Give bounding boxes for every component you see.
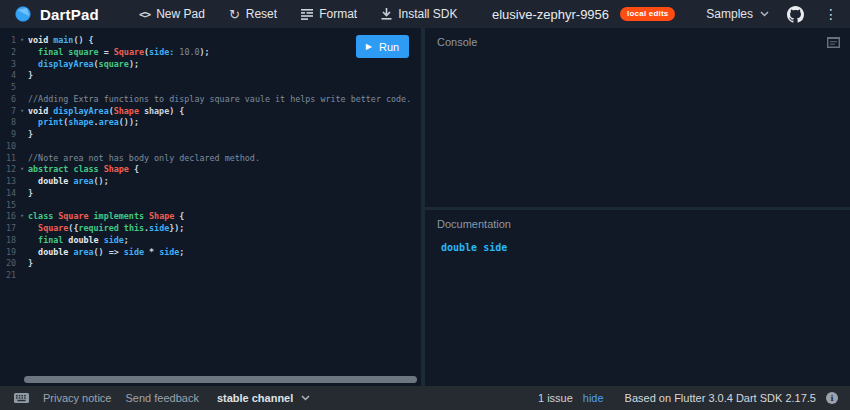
privacy-notice-link[interactable]: Privacy notice — [43, 392, 111, 404]
code-token: side: — [149, 47, 174, 59]
format-button[interactable]: Format — [301, 7, 357, 21]
code-token: final — [38, 47, 68, 59]
fold-gutter — [16, 258, 28, 270]
code-token: ); — [129, 59, 139, 71]
code-token: area — [73, 176, 93, 188]
topbar-actions: <> New Pad ↻ Reset Format — [139, 7, 458, 21]
dartpad-logo-icon — [14, 5, 32, 23]
console-header: Console — [437, 36, 477, 48]
documentation-header: Documentation — [437, 218, 511, 230]
chevron-down-icon — [301, 395, 310, 401]
fold-icon[interactable]: ▾ — [16, 211, 28, 223]
line-number: 8 — [0, 117, 16, 129]
keyboard-icon[interactable] — [14, 393, 29, 403]
code-token: print — [38, 117, 63, 129]
fold-icon[interactable]: ▾ — [16, 164, 28, 176]
code-line: 15 — [0, 200, 421, 212]
fold-gutter — [16, 94, 28, 106]
code-token: () => — [94, 247, 124, 259]
install-sdk-button[interactable]: Install SDK — [381, 7, 457, 21]
code-line: 16▾class Square implements Shape { — [0, 211, 421, 223]
fold-gutter — [16, 129, 28, 141]
code-line: 11//Note area not has body only declared… — [0, 153, 421, 165]
code-token: main — [53, 35, 73, 47]
new-pad-button[interactable]: <> New Pad — [139, 7, 205, 21]
code-token: = — [99, 47, 114, 59]
code-line: 4} — [0, 70, 421, 82]
brand[interactable]: DartPad — [14, 5, 99, 23]
code-token: ({ — [68, 223, 78, 235]
issue-count[interactable]: 1 issue — [538, 392, 573, 404]
code-line: 20} — [0, 258, 421, 270]
code-line: 10 — [0, 141, 421, 153]
code-token: side — [159, 247, 179, 259]
code-line: 21 — [0, 270, 421, 282]
code-token: //Note area not has body only declared m… — [28, 153, 260, 165]
line-number: 21 — [0, 270, 16, 282]
code-line: 14} — [0, 188, 421, 200]
local-edits-badge: local edits — [620, 7, 675, 21]
fold-gutter — [16, 153, 28, 165]
code-token: side — [149, 223, 169, 235]
download-icon — [381, 8, 392, 20]
code-token: abstract class — [28, 164, 104, 176]
overflow-menu-icon[interactable]: ⋮ — [822, 7, 840, 21]
code-line: 13 double area(); — [0, 176, 421, 188]
fold-gutter — [16, 235, 28, 247]
line-number: 6 — [0, 94, 16, 106]
code-line: 17 Square({required this.side}); — [0, 223, 421, 235]
brand-name: DartPad — [40, 6, 99, 23]
send-feedback-link[interactable]: Send feedback — [125, 392, 198, 404]
line-number: 18 — [0, 235, 16, 247]
line-number: 14 — [0, 188, 16, 200]
code-token — [28, 176, 38, 188]
code-token — [28, 223, 38, 235]
fold-icon[interactable]: ▾ — [16, 106, 28, 118]
code-token: Square — [38, 223, 68, 235]
code-token: ; — [124, 235, 129, 247]
hide-issues-link[interactable]: hide — [583, 392, 604, 404]
code-token: side — [104, 235, 124, 247]
main-content: 1▾void main() {2 final square = Square(s… — [0, 28, 850, 386]
fold-gutter — [16, 176, 28, 188]
line-number: 12 — [0, 164, 16, 176]
run-button[interactable]: ▶ Run — [356, 35, 409, 58]
line-number: 10 — [0, 141, 16, 153]
format-label: Format — [319, 7, 357, 21]
code-token: double — [38, 176, 73, 188]
code-token: Shape — [104, 164, 129, 176]
code-token: shape — [68, 117, 93, 129]
code-token: double — [38, 247, 73, 259]
fold-gutter — [16, 247, 28, 259]
code-token: * — [144, 247, 159, 259]
code-token: class — [28, 211, 58, 223]
documentation-section: Documentation double side — [425, 210, 850, 386]
code-token: double — [68, 235, 103, 247]
code-token: } — [28, 129, 33, 141]
clear-console-icon[interactable] — [827, 37, 840, 48]
line-number: 17 — [0, 223, 16, 235]
info-icon[interactable]: i — [826, 392, 838, 404]
code-lines: 1▾void main() {2 final square = Square(s… — [0, 35, 421, 282]
format-icon — [301, 9, 313, 20]
install-sdk-label: Install SDK — [398, 7, 457, 21]
code-token: square — [99, 59, 129, 71]
code-token: 10.0 — [179, 47, 199, 59]
sdk-version-text: Based on Flutter 3.0.4 Dart SDK 2.17.5 — [625, 392, 816, 404]
horizontal-scrollbar[interactable] — [24, 376, 417, 383]
console-section: Console — [425, 28, 850, 207]
code-token: } — [28, 70, 33, 82]
fold-icon[interactable]: ▾ — [16, 35, 28, 47]
line-number: 3 — [0, 59, 16, 71]
samples-menu-button[interactable]: Samples — [706, 7, 769, 21]
channel-selector[interactable]: stable channel — [217, 392, 310, 404]
code-token — [28, 47, 38, 59]
code-icon: <> — [139, 8, 150, 21]
github-icon[interactable] — [787, 6, 804, 23]
fold-gutter — [16, 188, 28, 200]
code-editor[interactable]: 1▾void main() {2 final square = Square(s… — [0, 28, 421, 386]
line-number: 4 — [0, 70, 16, 82]
fold-gutter — [16, 223, 28, 235]
reset-button[interactable]: ↻ Reset — [229, 7, 277, 21]
code-token: Square — [114, 47, 144, 59]
